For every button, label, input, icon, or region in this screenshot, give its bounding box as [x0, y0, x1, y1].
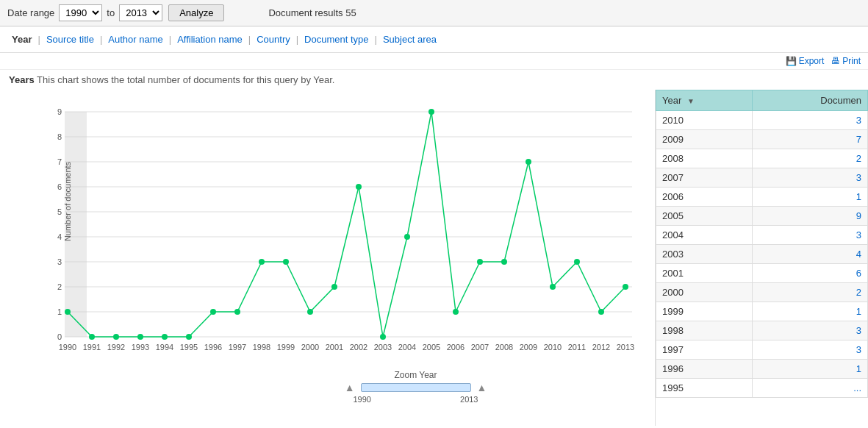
table-row: 1998 3 — [656, 321, 868, 340]
cell-doc-count[interactable]: 3 — [753, 321, 868, 340]
table-row: 2010 3 — [656, 111, 868, 130]
print-link[interactable]: 🖶 Print — [831, 56, 861, 66]
svg-point-45 — [65, 309, 71, 315]
table-row: 2009 7 — [656, 130, 868, 149]
nav-tabs: Year | Source title | Author name | Affi… — [0, 26, 868, 53]
zoom-end-label: 2013 — [460, 395, 478, 404]
svg-text:1991: 1991 — [83, 343, 101, 352]
svg-text:1995: 1995 — [180, 343, 198, 352]
export-link[interactable]: 💾 Export — [786, 56, 825, 66]
export-icon: 💾 — [786, 56, 797, 66]
cell-doc-count[interactable]: 3 — [753, 111, 868, 130]
cell-doc-count[interactable]: ... — [753, 379, 868, 398]
svg-point-54 — [283, 259, 289, 265]
cell-doc-count[interactable]: 1 — [753, 188, 868, 207]
cell-year: 2000 — [656, 283, 753, 302]
action-bar: 💾 Export 🖶 Print — [0, 53, 868, 70]
svg-point-56 — [331, 284, 337, 290]
svg-point-51 — [210, 309, 216, 315]
sort-arrow-icon: ▼ — [687, 97, 695, 105]
svg-text:2002: 2002 — [350, 343, 367, 352]
svg-text:1994: 1994 — [156, 343, 173, 352]
svg-point-48 — [137, 334, 143, 340]
cell-year: 2009 — [656, 130, 753, 149]
tab-year[interactable]: Year — [9, 32, 35, 46]
cell-year: 2008 — [656, 149, 753, 168]
svg-text:1999: 1999 — [277, 343, 295, 352]
svg-point-58 — [380, 334, 386, 340]
cell-doc-count[interactable]: 3 — [753, 168, 868, 188]
tab-country[interactable]: Country — [254, 32, 293, 46]
svg-point-49 — [162, 334, 168, 340]
cell-doc-count[interactable]: 9 — [753, 207, 868, 226]
svg-text:2011: 2011 — [568, 343, 586, 352]
main-content: Number of documents .grid-line { stroke:… — [0, 90, 868, 426]
cell-doc-count[interactable]: 1 — [753, 360, 868, 379]
tab-author-name[interactable]: Author name — [105, 32, 165, 46]
zoom-track — [361, 383, 471, 392]
cell-doc-count[interactable]: 4 — [753, 245, 868, 264]
svg-point-62 — [477, 259, 483, 265]
to-year-select[interactable]: 1990 1991199219931994 1995199619971998 1… — [119, 4, 162, 21]
svg-text:2: 2 — [57, 282, 62, 291]
svg-point-64 — [526, 159, 531, 165]
tab-document-type[interactable]: Document type — [301, 32, 371, 46]
zoom-right-handle[interactable]: ▲ — [477, 382, 487, 393]
table-row: 2005 9 — [656, 207, 868, 226]
cell-doc-count[interactable]: 1 — [753, 302, 868, 321]
tab-source-title[interactable]: Source title — [43, 32, 97, 46]
svg-text:0: 0 — [57, 332, 62, 341]
chart-area: Number of documents .grid-line { stroke:… — [0, 90, 655, 426]
cell-doc-count[interactable]: 2 — [753, 149, 868, 168]
cell-doc-count[interactable]: 6 — [753, 264, 868, 283]
svg-text:2009: 2009 — [520, 343, 537, 352]
tab-subject-area[interactable]: Subject area — [380, 32, 440, 46]
table-row: 2001 6 — [656, 264, 868, 283]
svg-text:2008: 2008 — [495, 343, 513, 352]
svg-point-55 — [307, 309, 313, 315]
cell-year: 2007 — [656, 168, 753, 188]
svg-text:2004: 2004 — [398, 343, 416, 352]
svg-text:1997: 1997 — [229, 343, 246, 352]
data-table-area: Year ▼ Documen 2010 3 2009 7 2008 2 2007… — [655, 90, 868, 426]
zoom-area: Zoom Year ▲ ▲ 1990 2013 — [184, 370, 648, 404]
tab-affiliation-name[interactable]: Affiliation name — [174, 32, 245, 46]
cell-doc-count[interactable]: 7 — [753, 130, 868, 149]
zoom-label: Zoom Year — [394, 370, 437, 380]
svg-point-65 — [550, 284, 556, 290]
svg-text:2013: 2013 — [617, 343, 634, 352]
svg-point-67 — [598, 309, 604, 315]
col-year-header[interactable]: Year ▼ — [656, 90, 753, 111]
zoom-start-label: 1990 — [354, 395, 371, 404]
svg-text:1993: 1993 — [132, 343, 149, 352]
table-row: 2007 3 — [656, 168, 868, 188]
svg-text:1996: 1996 — [204, 343, 222, 352]
svg-text:1: 1 — [57, 307, 62, 316]
svg-point-53 — [259, 259, 265, 265]
cell-year: 2004 — [656, 226, 753, 245]
zoom-left-handle[interactable]: ▲ — [345, 382, 355, 393]
data-table: Year ▼ Documen 2010 3 2009 7 2008 2 2007… — [656, 90, 868, 398]
cell-doc-count[interactable]: 2 — [753, 283, 868, 302]
doc-results: Document results 55 — [268, 7, 356, 18]
cell-year: 1998 — [656, 321, 753, 340]
print-icon: 🖶 — [831, 56, 840, 66]
cell-year: 2010 — [656, 111, 753, 130]
svg-point-61 — [453, 309, 459, 315]
chart-svg: .grid-line { stroke: #ddd; stroke-width:… — [37, 94, 647, 366]
chart-title-bar: Years This chart shows the total number … — [0, 70, 868, 90]
svg-point-66 — [574, 259, 580, 265]
analyze-button[interactable]: Analyze — [168, 4, 224, 21]
svg-point-63 — [501, 259, 507, 265]
svg-text:8: 8 — [57, 132, 62, 141]
from-year-select[interactable]: 1990 1991199219931994 1995199619971998 1… — [59, 4, 102, 21]
svg-text:2006: 2006 — [447, 343, 465, 352]
svg-text:1990: 1990 — [59, 343, 76, 352]
svg-point-52 — [234, 309, 240, 315]
svg-text:9: 9 — [57, 107, 62, 116]
col-docs-header[interactable]: Documen — [753, 90, 868, 111]
cell-doc-count[interactable]: 3 — [753, 340, 868, 360]
cell-doc-count[interactable]: 3 — [753, 226, 868, 245]
svg-text:2010: 2010 — [544, 343, 562, 352]
svg-point-50 — [186, 334, 192, 340]
